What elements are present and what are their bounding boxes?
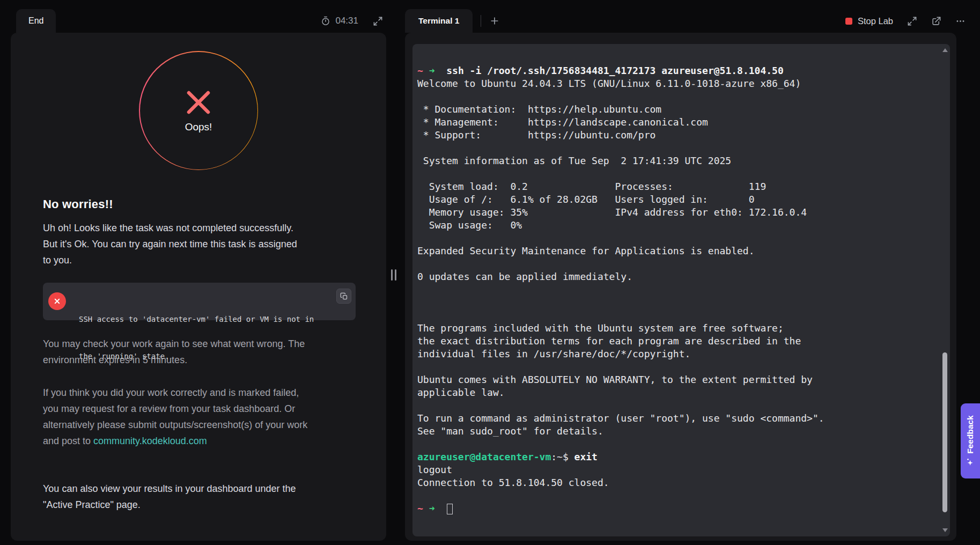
expand-left-panel-button[interactable] [373,16,383,26]
tab-separator [481,15,481,27]
terminal-screen[interactable]: ~ ➜ ssh -i /root/.ssh/1756834481_4172173… [412,44,950,536]
timer-value: 04:31 [335,16,358,26]
panel-divider-grip[interactable] [391,269,396,281]
stop-lab-button[interactable]: Stop Lab [845,16,893,26]
terminal-scrollbar[interactable] [941,46,949,535]
new-terminal-button[interactable] [489,16,500,26]
external-link-icon [931,16,941,26]
feedback-button[interactable]: Feedback [961,403,980,478]
expand-terminal-button[interactable] [907,16,917,26]
result-paragraph-3: If you think you did your work correctly… [43,385,350,449]
page-root: { "left": { "tab": "End", "timer": "04:3… [0,0,980,545]
community-link[interactable]: community.kodekloud.com [93,436,207,446]
stop-icon [845,18,852,25]
tab-terminal-1[interactable]: Terminal 1 [405,9,473,33]
terminal-topbar: Terminal 1 Stop Lab [405,9,980,33]
end-tab-label: End [28,16,43,26]
scrollbar-thumb[interactable] [942,352,947,512]
x-mark-icon [184,88,213,117]
result-paragraph-4: You can also view your results in your d… [43,481,350,513]
lab-timer: 04:31 [321,16,358,26]
tab-end[interactable]: End [16,9,56,33]
stop-lab-label: Stop Lab [858,16,893,26]
scroll-down-arrow[interactable] [942,528,948,532]
result-paragraph-1: Uh oh! Looks like the task was not compl… [43,220,350,268]
terminal-output[interactable]: ~ ➜ ssh -i /root/.ssh/1756834481_4172173… [412,44,936,536]
open-external-button[interactable] [931,16,941,26]
sparkle-icon [966,458,975,467]
error-message-text: SSH access to 'datacenter-vm' failed or … [79,289,314,387]
no-worries-heading: No worries!! [43,197,354,211]
terminal-panel: ~ ➜ ssh -i /root/.ssh/1756834481_4172173… [405,33,956,541]
more-options-button[interactable] [955,16,966,26]
terminal-tab-label: Terminal 1 [418,16,459,26]
top-bar: End 04:31 Terminal 1 [0,0,980,33]
copy-icon [340,292,348,300]
ellipsis-icon [955,16,966,26]
expand-icon [907,16,917,26]
plus-icon [489,16,500,26]
stopwatch-icon [321,16,330,26]
copy-button[interactable] [336,289,351,304]
expand-icon [373,16,383,26]
result-panel: Oops! No worries!! Uh oh! Looks like the… [11,33,386,541]
oops-circle: Oops! [139,51,258,170]
oops-label: Oops! [185,121,212,133]
error-icon [48,292,66,310]
error-message-box: SSH access to 'datacenter-vm' failed or … [43,283,356,320]
feedback-label: Feedback [966,415,975,454]
left-topbar: End 04:31 [11,9,386,33]
scroll-up-arrow[interactable] [942,48,948,52]
